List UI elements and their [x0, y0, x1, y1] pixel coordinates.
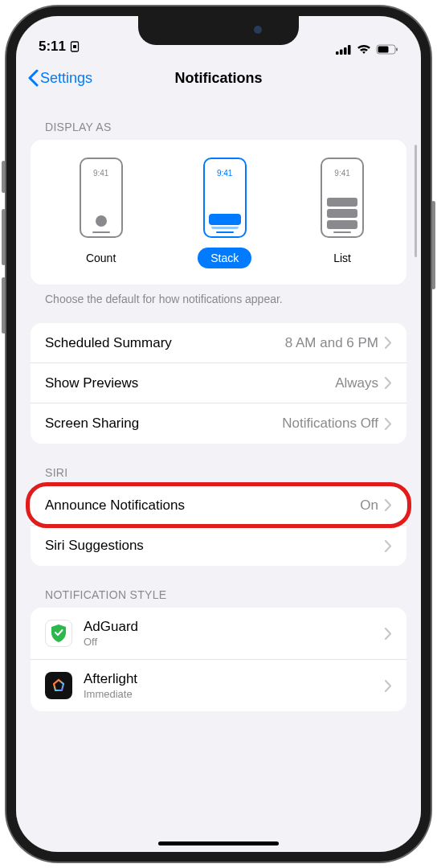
- app-sub: Immediate: [84, 688, 385, 700]
- app-name: Afterlight: [84, 671, 385, 687]
- chevron-right-icon: [385, 418, 392, 430]
- home-indicator[interactable]: [158, 841, 279, 845]
- row-label: Screen Sharing: [45, 416, 282, 432]
- preview-count: 9:41: [80, 158, 123, 238]
- section-header-siri: SIRI: [45, 466, 406, 479]
- notch: [138, 16, 299, 45]
- app-icon-adguard: [45, 620, 72, 647]
- apps-card: AdGuard Off Afterlight Immediate: [31, 608, 406, 711]
- page-title: Notifications: [174, 70, 262, 87]
- row-announce-notifications[interactable]: Announce Notifications On: [31, 485, 406, 526]
- svg-rect-4: [344, 47, 347, 55]
- option-label: Count: [73, 248, 129, 268]
- svg-rect-1: [73, 45, 76, 48]
- display-option-stack[interactable]: 9:41 Stack: [198, 158, 251, 268]
- cellular-icon: [336, 44, 352, 55]
- chevron-right-icon: [385, 540, 392, 552]
- app-icon-afterlight: [45, 672, 72, 699]
- row-screen-sharing[interactable]: Screen Sharing Notifications Off: [31, 403, 406, 444]
- row-siri-suggestions[interactable]: Siri Suggestions: [31, 526, 406, 566]
- row-label: Announce Notifications: [45, 497, 360, 514]
- section-header-style: NOTIFICATION STYLE: [45, 588, 406, 601]
- app-name: AdGuard: [84, 619, 385, 635]
- row-value: Notifications Off: [282, 416, 378, 432]
- section-footer: Choose the default for how notifications…: [45, 293, 406, 305]
- option-label: List: [321, 248, 364, 268]
- preview-stack: 9:41: [203, 158, 247, 238]
- app-sub: Off: [84, 636, 385, 648]
- row-value: 8 AM and 6 PM: [285, 335, 378, 351]
- svg-rect-5: [348, 45, 351, 55]
- row-label: Siri Suggestions: [45, 538, 385, 554]
- svg-rect-8: [396, 48, 398, 51]
- row-show-previews[interactable]: Show Previews Always: [31, 363, 406, 403]
- row-app-afterlight[interactable]: Afterlight Immediate: [31, 660, 406, 711]
- scroll-indicator: [415, 145, 417, 257]
- svg-rect-7: [378, 47, 389, 53]
- preview-list: 9:41: [321, 158, 364, 238]
- settings-card: Scheduled Summary 8 AM and 6 PM Show Pre…: [31, 323, 406, 444]
- option-label: Stack: [198, 248, 251, 268]
- battery-icon: [376, 44, 398, 55]
- content-scroll[interactable]: DISPLAY AS 9:41 Count 9:41: [16, 98, 421, 852]
- row-scheduled-summary[interactable]: Scheduled Summary 8 AM and 6 PM: [31, 323, 406, 363]
- display-as-card: 9:41 Count 9:41 Stack: [31, 140, 406, 285]
- siri-card: Announce Notifications On Siri Suggestio…: [31, 485, 406, 566]
- chevron-right-icon: [385, 628, 392, 640]
- chevron-right-icon: [385, 499, 392, 511]
- chevron-right-icon: [385, 377, 392, 389]
- section-header-display: DISPLAY AS: [45, 121, 406, 133]
- back-button[interactable]: Settings: [27, 69, 92, 87]
- status-time: 5:11: [39, 39, 66, 55]
- row-value: Always: [335, 375, 378, 391]
- orientation-lock-icon: [69, 41, 80, 52]
- svg-rect-2: [336, 51, 339, 55]
- display-option-list[interactable]: 9:41 List: [321, 158, 364, 268]
- back-label: Settings: [40, 70, 92, 87]
- chevron-right-icon: [385, 337, 392, 349]
- nav-bar: Settings Notifications: [16, 58, 421, 98]
- chevron-left-icon: [27, 69, 39, 87]
- chevron-right-icon: [385, 680, 392, 692]
- wifi-icon: [357, 44, 371, 55]
- row-label: Scheduled Summary: [45, 335, 285, 351]
- row-label: Show Previews: [45, 375, 335, 391]
- display-option-count[interactable]: 9:41 Count: [73, 158, 129, 268]
- svg-rect-3: [340, 50, 343, 55]
- row-app-adguard[interactable]: AdGuard Off: [31, 608, 406, 660]
- svg-marker-9: [54, 680, 63, 690]
- row-value: On: [360, 497, 378, 514]
